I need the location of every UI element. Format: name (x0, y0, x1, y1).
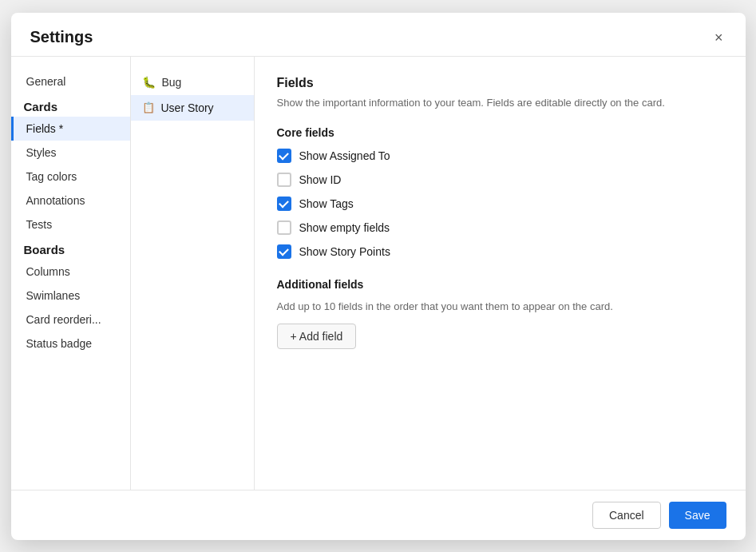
dialog-footer: Cancel Save (11, 490, 746, 540)
sidebar-item-label: Columns (26, 265, 70, 278)
checkbox-show-id[interactable] (277, 173, 291, 187)
checkbox-label: Show Story Points (299, 245, 390, 258)
main-content: Fields Show the important information to… (255, 57, 746, 490)
card-type-user-story[interactable]: 📋 User Story (131, 95, 254, 121)
bug-icon: 🐛 (142, 76, 156, 89)
sidebar-item-tests[interactable]: Tests (11, 212, 130, 236)
close-button[interactable]: × (711, 27, 726, 48)
sidebar-item-label: Styles (26, 146, 57, 159)
sidebar-item-card-reordering[interactable]: Card reorderi... (11, 308, 130, 332)
dialog-title: Settings (30, 28, 93, 46)
sidebar-item-label: Card reorderi... (26, 313, 101, 326)
checkbox-row-show-id: Show ID (277, 173, 723, 187)
additional-fields-title: Additional fields (277, 278, 723, 291)
save-button[interactable]: Save (669, 502, 726, 529)
checkbox-label: Show empty fields (299, 221, 390, 234)
additional-fields-desc: Add up to 10 fields in the order that yo… (277, 300, 723, 312)
checkbox-label: Show ID (299, 173, 342, 186)
checkbox-show-empty-fields[interactable] (277, 220, 291, 235)
checkbox-row-show-story-points: Show Story Points (277, 244, 723, 259)
checkbox-show-assigned-to[interactable] (277, 149, 291, 163)
fields-section-title: Fields (277, 76, 723, 90)
core-fields-title: Core fields (277, 126, 723, 139)
add-field-button[interactable]: + Add field (277, 324, 357, 349)
additional-fields-section: Additional fields Add up to 10 fields in… (277, 278, 723, 349)
card-type-bug[interactable]: 🐛 Bug (131, 69, 254, 95)
checkbox-row-assigned-to: Show Assigned To (277, 149, 723, 163)
sidebar-item-label: Fields * (26, 122, 64, 135)
settings-dialog: Settings × General Cards Fields * Styles… (11, 13, 746, 540)
checkbox-label: Show Assigned To (299, 149, 390, 162)
sidebar-section-cards: Cards (11, 93, 130, 117)
card-type-label: User Story (161, 101, 214, 114)
sidebar-item-label: Annotations (26, 194, 85, 207)
fields-section-desc: Show the important information to your t… (277, 95, 723, 111)
sidebar-item-label: Swimlanes (26, 289, 81, 302)
user-story-icon: 📋 (142, 101, 155, 113)
sidebar-item-annotations[interactable]: Annotations (11, 189, 130, 212)
dialog-header: Settings × (11, 13, 746, 57)
dialog-body: General Cards Fields * Styles Tag colors… (11, 57, 746, 490)
sidebar: General Cards Fields * Styles Tag colors… (11, 57, 131, 490)
card-type-label: Bug (162, 76, 182, 89)
sidebar-item-general[interactable]: General (11, 69, 130, 93)
sidebar-section-boards: Boards (11, 236, 130, 260)
sidebar-item-label: Status badge (26, 337, 93, 350)
sidebar-item-swimlanes[interactable]: Swimlanes (11, 284, 130, 308)
sidebar-item-status-badge[interactable]: Status badge (11, 332, 130, 355)
checkbox-show-story-points[interactable] (277, 244, 291, 259)
checkbox-row-show-tags: Show Tags (277, 197, 723, 211)
sidebar-item-label: Tests (26, 218, 53, 231)
sidebar-item-tag-colors[interactable]: Tag colors (11, 165, 130, 189)
checkbox-row-show-empty-fields: Show empty fields (277, 220, 723, 235)
checkbox-label: Show Tags (299, 197, 354, 210)
card-types-panel: 🐛 Bug 📋 User Story (131, 57, 255, 490)
sidebar-item-fields[interactable]: Fields * (11, 117, 130, 141)
cancel-button[interactable]: Cancel (592, 502, 661, 529)
sidebar-item-styles[interactable]: Styles (11, 141, 130, 165)
checkbox-show-tags[interactable] (277, 197, 291, 211)
sidebar-item-columns[interactable]: Columns (11, 260, 130, 284)
sidebar-item-label: General (26, 75, 66, 88)
sidebar-item-label: Tag colors (26, 170, 77, 183)
